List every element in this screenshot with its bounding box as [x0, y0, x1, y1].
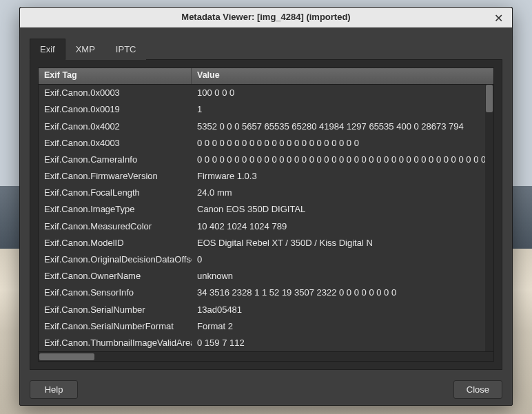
cell-tag: Exif.Canon.0x4003 — [39, 138, 192, 148]
tab-bar: Exif XMP IPTC — [30, 39, 502, 60]
table-row[interactable]: Exif.Canon.0x0003100 0 0 0 — [39, 85, 493, 101]
close-icon[interactable]: ✕ — [491, 12, 505, 26]
cell-value: 0 — [192, 254, 493, 265]
titlebar[interactable]: Metadata Viewer: [img_4284] (imported) ✕ — [20, 8, 512, 28]
table-row[interactable]: Exif.Canon.SensorInfo34 3516 2328 1 1 52… — [39, 284, 493, 301]
column-header-tag[interactable]: Exif Tag — [39, 68, 192, 84]
table-row[interactable]: Exif.Canon.0x00191 — [39, 101, 493, 118]
close-button[interactable]: Close — [453, 380, 502, 399]
table-row[interactable]: Exif.Canon.FocalLength24.0 mm — [39, 185, 493, 201]
cell-tag: Exif.Canon.ThumbnailImageValidArea — [39, 338, 192, 348]
tab-iptc[interactable]: IPTC — [105, 39, 147, 60]
horizontal-scrollbar-thumb[interactable] — [39, 353, 94, 360]
table-row[interactable]: Exif.Canon.0x40030 0 0 0 0 0 0 0 0 0 0 0… — [39, 134, 493, 151]
button-label: Help — [45, 384, 63, 395]
cell-tag: Exif.Canon.FocalLength — [39, 187, 192, 198]
window-title: Metadata Viewer: [img_4284] (imported) — [181, 12, 350, 22]
cell-tag: Exif.Canon.SerialNumberFormat — [39, 321, 192, 331]
cell-value: 34 3516 2328 1 1 52 19 3507 2322 0 0 0 0… — [192, 287, 493, 298]
cell-tag: Exif.Canon.CameraInfo — [39, 154, 192, 165]
vertical-scrollbar[interactable] — [485, 85, 493, 351]
cell-value: EOS Digital Rebel XT / 350D / Kiss Digit… — [192, 238, 493, 248]
column-header-value[interactable]: Value — [192, 68, 493, 84]
cell-tag: Exif.Canon.SerialNumber — [39, 304, 192, 315]
table-row[interactable]: Exif.Canon.0x40025352 0 0 0 5657 65535 6… — [39, 118, 493, 134]
cell-value: 0 159 7 112 — [192, 338, 493, 348]
dialog-body: Exif XMP IPTC Exif Tag Value Exif.Canon.… — [20, 28, 512, 378]
table-header-row: Exif Tag Value — [39, 68, 493, 85]
cell-value: Canon EOS 350D DIGITAL — [192, 204, 493, 214]
cell-value: 24.0 mm — [192, 187, 493, 198]
cell-tag: Exif.Canon.SensorInfo — [39, 287, 192, 298]
cell-value: unknown — [192, 271, 493, 281]
help-button[interactable]: Help — [30, 380, 78, 399]
horizontal-scrollbar[interactable] — [39, 351, 493, 361]
metadata-viewer-dialog: Metadata Viewer: [img_4284] (imported) ✕… — [19, 7, 513, 406]
table-row[interactable]: Exif.Canon.CameraInfo0 0 0 0 0 0 0 0 0 0… — [39, 151, 493, 167]
dialog-footer: Help Close — [20, 378, 512, 405]
cell-value: 13ad05481 — [192, 304, 493, 315]
cell-tag: Exif.Canon.0x0019 — [39, 104, 192, 114]
table-row[interactable]: Exif.Canon.ImageTypeCanon EOS 350D DIGIT… — [39, 201, 493, 218]
tab-xmp[interactable]: XMP — [65, 39, 105, 60]
table-row[interactable]: Exif.Canon.MeasuredColor10 402 1024 1024… — [39, 218, 493, 234]
tab-panel: Exif Tag Value Exif.Canon.0x0003100 0 0 … — [30, 59, 502, 370]
cell-tag: Exif.Canon.ModelID — [39, 238, 192, 248]
tab-exif[interactable]: Exif — [30, 39, 65, 60]
cell-tag: Exif.Canon.ImageType — [39, 204, 192, 214]
cell-value: Firmware 1.0.3 — [192, 171, 493, 181]
table-row[interactable]: Exif.Canon.FirmwareVersionFirmware 1.0.3 — [39, 168, 493, 185]
table-row[interactable]: Exif.Canon.ThumbnailImageValidArea0 159 … — [39, 334, 493, 351]
table-row[interactable]: Exif.Canon.SerialNumber13ad05481 — [39, 301, 493, 318]
metadata-table: Exif Tag Value Exif.Canon.0x0003100 0 0 … — [38, 68, 494, 362]
cell-value: 1 — [192, 104, 493, 114]
cell-tag: Exif.Canon.0x0003 — [39, 87, 192, 98]
cell-value: 10 402 1024 1024 789 — [192, 221, 493, 231]
cell-tag: Exif.Canon.0x4002 — [39, 121, 192, 132]
cell-value: 100 0 0 0 — [192, 87, 493, 98]
table-body[interactable]: Exif.Canon.0x0003100 0 0 0Exif.Canon.0x0… — [39, 85, 493, 351]
table-row[interactable]: Exif.Canon.OriginalDecisionDataOffset0 — [39, 251, 493, 267]
vertical-scrollbar-thumb[interactable] — [486, 85, 493, 112]
table-row[interactable]: Exif.Canon.OwnerNameunknown — [39, 268, 493, 284]
cell-value: 0 0 0 0 0 0 0 0 0 0 0 0 0 0 0 0 0 0 0 0 … — [192, 154, 493, 165]
cell-value: 5352 0 0 0 5657 65535 65280 41984 1297 6… — [192, 121, 493, 132]
cell-tag: Exif.Canon.OwnerName — [39, 271, 192, 281]
tab-label: Exif — [40, 44, 55, 54]
table-row[interactable]: Exif.Canon.ModelIDEOS Digital Rebel XT /… — [39, 234, 493, 251]
table-row[interactable]: Exif.Canon.SerialNumberFormatFormat 2 — [39, 318, 493, 334]
cell-tag: Exif.Canon.MeasuredColor — [39, 221, 192, 231]
cell-value: Format 2 — [192, 321, 493, 331]
cell-value: 0 0 0 0 0 0 0 0 0 0 0 0 0 0 0 0 0 0 0 0 … — [192, 138, 493, 148]
tab-label: XMP — [76, 44, 95, 54]
cell-tag: Exif.Canon.OriginalDecisionDataOffset — [39, 254, 192, 265]
cell-tag: Exif.Canon.FirmwareVersion — [39, 171, 192, 181]
tab-label: IPTC — [116, 44, 136, 54]
button-label: Close — [467, 384, 489, 395]
